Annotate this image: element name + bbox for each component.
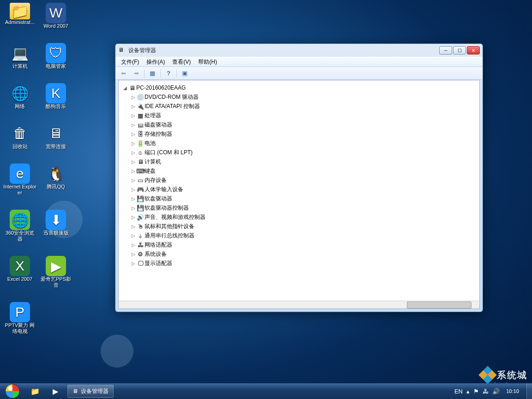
tree-node[interactable]: ▷💿DVD/CD-ROM 驱动器 [131,92,478,102]
expand-icon[interactable]: ▷ [131,132,136,137]
tree-node[interactable]: ▷🔋电池 [131,139,478,148]
desktop-icon-broadband[interactable]: 🖥宽带连接 [39,123,73,150]
desktop-icon-computer[interactable]: 💻计算机 [3,43,37,69]
menu-view[interactable]: 查看(V) [169,57,193,67]
tree-node[interactable]: ▷🖱鼠标和其他指针设备 [131,222,478,231]
forward-button[interactable]: ➡ [131,68,141,79]
pptv-icon: P [10,302,30,322]
system-tray: EN ▴ ⚑ 🖧 🔊 10:10 [450,388,526,395]
properties-button[interactable]: ▦ [147,68,157,79]
desktop-icon-pcmanager[interactable]: 🛡电脑管家 [39,43,73,69]
tree-node[interactable]: ▷🖧网络适配器 [131,240,478,249]
expand-icon[interactable]: ▷ [131,95,136,100]
desktop-icon-ie[interactable]: eInternet Explorer [3,163,37,196]
tree-node[interactable]: ▷🎮人体学输入设备 [131,185,478,194]
tree-node[interactable]: ▷⚙系统设备 [131,249,478,259]
tree-node[interactable]: ▷⏚通用串行总线控制器 [131,231,478,240]
node-label: 内存设备 [145,176,167,184]
expand-icon[interactable]: ▷ [131,104,136,109]
tree-root-node[interactable]: ◢🖥PC-20160620EAAG [122,83,478,92]
start-button[interactable] [0,383,25,399]
collapse-icon[interactable]: ◢ [122,85,128,91]
expand-icon[interactable]: ▷ [131,150,136,155]
lang-indicator[interactable]: EN [454,388,463,395]
menu-file[interactable]: 文件(F) [118,57,142,67]
desktop-icon-pptv[interactable]: PPPTV聚力 网络电视 [3,302,37,334]
node-label: 软盘驱动器 [145,195,172,203]
tree-content[interactable]: ◢🖥PC-20160620EAAG▷💿DVD/CD-ROM 驱动器▷🔌IDE A… [118,80,480,309]
help-button[interactable]: ? [163,68,174,79]
titlebar[interactable]: 🖥 设备管理器 ─ ☐ ✕ [115,44,483,57]
icon-label: 回收站 [12,144,28,150]
tree-node[interactable]: ▷💾软盘驱动器 [131,194,478,203]
tree-node[interactable]: ▷⌨键盘 [131,166,478,175]
tree-node[interactable]: ▷💾软盘驱动器控制器 [131,203,478,212]
tree-node[interactable]: ▷🔊声音、视频和游戏控制器 [131,212,478,222]
desktop-icon-kugou[interactable]: K酷狗音乐 [39,83,73,109]
desktop-icon-xunlei[interactable]: ⬇迅雷极速版 [39,210,73,242]
desktop-icon-administrator[interactable]: 📁Administrat... [3,3,37,29]
pinned-media[interactable]: ▶ [46,385,65,398]
expand-icon[interactable]: ▷ [131,252,136,257]
expand-icon[interactable]: ▷ [131,169,136,174]
maximize-button[interactable]: ☐ [453,46,466,54]
expand-icon[interactable]: ▷ [131,178,136,183]
desktop-icon-recyclebin[interactable]: 🗑回收站 [3,123,37,150]
menu-action[interactable]: 操作(A) [144,57,168,67]
tree-node[interactable]: ▷🖵显示适配器 [131,259,478,268]
scan-button[interactable]: ▣ [180,68,190,79]
tree-node[interactable]: ▷🖴磁盘驱动器 [131,120,478,129]
taskbar-item-devmgr[interactable]: 🖥 设备管理器 [67,385,114,398]
node-label: 网络适配器 [145,241,172,249]
category-icon: 🖱 [136,223,145,230]
category-icon: ▭ [136,177,145,184]
scrollbar-thumb[interactable] [407,302,472,308]
tree-node[interactable]: ▷🔌IDE ATA/ATAPI 控制器 [131,102,478,111]
desktop-icon-qq[interactable]: 🐧腾讯QQ [39,163,73,196]
expand-icon[interactable]: ▷ [131,141,136,146]
tree-node[interactable]: ▷⌽端口 (COM 和 LPT) [131,148,478,157]
tray-flag-icon[interactable]: ⚑ [473,388,479,395]
clock[interactable]: 10:10 [503,388,522,394]
expand-icon[interactable]: ▷ [131,187,136,192]
expand-icon[interactable]: ▷ [131,196,136,201]
show-desktop-button[interactable] [526,383,532,399]
expand-icon[interactable]: ▷ [131,215,136,220]
expand-icon[interactable]: ▷ [131,233,136,238]
desktop-icon-iqiyi[interactable]: ▶爱奇艺PPS影音 [39,256,73,288]
node-label: IDE ATA/ATAPI 控制器 [145,103,200,110]
minimize-button[interactable]: ─ [439,46,452,54]
horizontal-scrollbar[interactable] [119,301,479,308]
qq-icon: 🐧 [46,163,66,184]
expand-icon[interactable]: ▷ [131,113,136,118]
recyclebin-icon: 🗑 [10,123,30,144]
expand-icon[interactable]: ▷ [131,261,136,266]
icon-label: 迅雷极速版 [43,230,69,236]
desktop-icon-network[interactable]: 🌐网络 [3,83,37,109]
expand-icon[interactable]: ▷ [131,206,136,211]
word2007-icon: W [46,3,66,23]
tray-volume-icon[interactable]: 🔊 [492,388,500,395]
expand-icon[interactable]: ▷ [131,122,136,127]
category-icon: 🔊 [136,214,145,221]
expand-icon[interactable]: ▷ [131,224,136,229]
window-title: 设备管理器 [128,47,439,54]
close-button[interactable]: ✕ [467,46,480,54]
pinned-explorer[interactable]: 📁 [25,385,45,398]
expand-icon[interactable]: ▷ [131,159,136,164]
tree-node[interactable]: ▷▦处理器 [131,111,478,120]
desktop-icon-360browser[interactable]: 🌐360安全浏览器 [3,210,37,242]
category-icon: 🖵 [136,260,145,267]
tree-node[interactable]: ▷🗄存储控制器 [131,129,478,139]
back-button[interactable]: ⬅ [118,68,128,79]
menu-help[interactable]: 帮助(H) [195,57,220,67]
tray-chevron-icon[interactable]: ▴ [466,388,470,395]
toolbar-separator [160,69,161,78]
tray-network-icon[interactable]: 🖧 [483,388,489,395]
desktop-icon-word2007[interactable]: WWord 2007 [39,3,73,29]
tree-node[interactable]: ▷🖥计算机 [131,157,478,166]
desktop-icon-excel2007[interactable]: XExcel 2007 [3,256,37,288]
task-icon: 🖥 [73,388,78,394]
expand-icon[interactable]: ▷ [131,242,136,248]
tree-node[interactable]: ▷▭内存设备 [131,175,478,185]
